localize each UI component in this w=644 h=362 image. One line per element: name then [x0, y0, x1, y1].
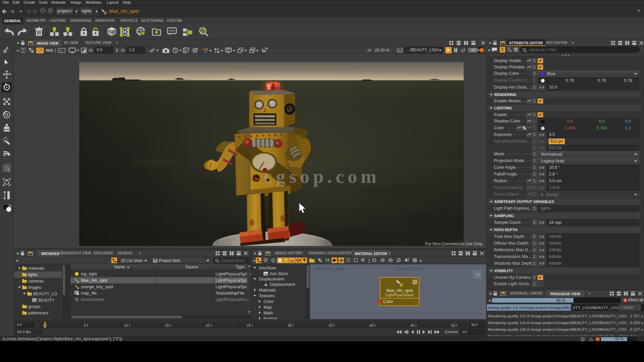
svg-text:15 f: 15 f — [165, 323, 171, 327]
svg-text:cgsop.com: cgsop.com — [264, 166, 380, 187]
svg-text:10 f: 10 f — [124, 323, 130, 327]
svg-text:A: A — [514, 48, 517, 52]
svg-text:HUD: HUD — [46, 49, 53, 52]
svg-text:25 f: 25 f — [246, 323, 253, 327]
svg-text:5 f: 5 f — [84, 323, 88, 327]
svg-text:40 f: 40 f — [369, 323, 376, 327]
svg-text:35 f: 35 f — [328, 323, 335, 327]
svg-text:45 f: 45 f — [410, 323, 417, 327]
svg-text:Ea: Ea — [59, 49, 63, 52]
svg-text:30 f: 30 f — [287, 323, 294, 327]
svg-text:20 f: 20 f — [205, 323, 212, 327]
svg-text:50 f: 50 f — [451, 323, 458, 327]
